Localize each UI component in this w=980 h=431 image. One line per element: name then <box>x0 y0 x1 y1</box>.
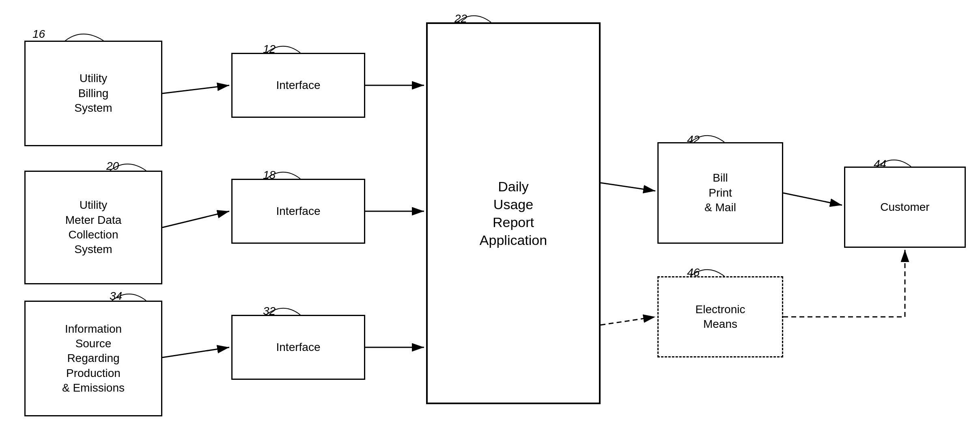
info-source-box: Information Source Regarding Production … <box>24 301 162 416</box>
interface-18-box: Interface <box>231 179 365 244</box>
interface-12-box: Interface <box>231 53 365 118</box>
interface-32-box: Interface <box>231 315 365 380</box>
svg-line-2 <box>162 85 229 93</box>
customer-box: Customer <box>844 167 966 248</box>
electronic-means-box: Electronic Means <box>657 276 783 357</box>
svg-line-6 <box>162 347 229 357</box>
utility-billing-system-box: Utility Billing System <box>24 41 162 146</box>
daily-usage-box: Daily Usage Report Application <box>426 22 601 404</box>
svg-line-8 <box>601 183 655 191</box>
label-16: 16 <box>32 28 45 41</box>
svg-line-4 <box>162 211 229 227</box>
diagram-container: 16 20 34 12 18 32 22 42 46 44 Utility Bi… <box>0 0 980 431</box>
utility-meter-box: Utility Meter Data Collection System <box>24 171 162 284</box>
bill-print-box: Bill Print & Mail <box>657 142 783 244</box>
svg-line-10 <box>783 193 842 205</box>
svg-line-9 <box>601 317 655 325</box>
